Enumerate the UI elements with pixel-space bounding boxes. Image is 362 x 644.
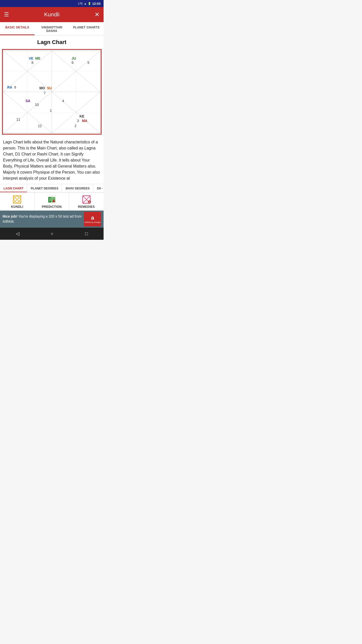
svg-text:MO: MO: [39, 86, 45, 90]
svg-text:5: 5: [87, 61, 89, 65]
status-time: 12:03: [92, 2, 101, 6]
svg-text:3: 3: [77, 119, 79, 123]
svg-text:KE: KE: [79, 114, 84, 118]
svg-text:4: 4: [62, 99, 64, 103]
svg-rect-49: [48, 197, 52, 203]
chart-description: Lagn Chart tells about the Natural chara…: [0, 136, 104, 184]
ad-text: Nice job! You're displaying a 320 x 50 t…: [3, 214, 84, 224]
main-tabs: BASIC DETAILS VINSHOTTARI DASHA PLANET C…: [0, 22, 104, 35]
home-button[interactable]: ○: [51, 231, 54, 236]
header-title: Kundli: [44, 11, 59, 18]
remedies-icon: R: [82, 195, 91, 204]
status-bar: LTE ▲ 🔋 12:03: [0, 0, 104, 7]
battery-icon: 🔋: [88, 2, 91, 5]
back-button[interactable]: ◁: [16, 231, 19, 236]
svg-text:12: 12: [38, 124, 42, 128]
close-button[interactable]: ✕: [95, 11, 100, 18]
kundli-icon: [13, 195, 22, 204]
tab-vinshottari-dasha[interactable]: VINSHOTTARI DASHA: [34, 22, 69, 35]
admob-logo: a AdMob by Google: [84, 212, 101, 226]
svg-text:2: 2: [75, 124, 77, 128]
sub-tab-bhav-degrees[interactable]: BHAV DEGREES: [62, 184, 93, 192]
tab-planet-charts[interactable]: PLANET CHARTS: [69, 22, 104, 35]
sub-tab-d9[interactable]: D9 -: [93, 184, 104, 192]
recents-button[interactable]: □: [85, 231, 88, 236]
svg-text:MA: MA: [82, 119, 87, 123]
svg-text:7: 7: [43, 91, 46, 95]
nav-remedies-label: REMEDIES: [78, 205, 95, 209]
admob-icon: a: [91, 215, 94, 221]
menu-button[interactable]: ☰: [4, 11, 9, 18]
svg-text:ME: ME: [35, 57, 40, 60]
tab-basic-details[interactable]: BASIC DETAILS: [0, 22, 34, 35]
kundli-chart: VE ME 8 JU 6 5 RA 9 MO SU 7 SA 10 1 4 11: [2, 49, 102, 135]
status-icons: LTE ▲ 🔋 12:03: [78, 2, 101, 6]
admob-label: AdMob by Google: [84, 221, 101, 224]
ad-banner: Nice job! You're displaying a 320 x 50 t…: [0, 211, 104, 228]
bottom-navigation: KUNDLI PREDICTION: [0, 192, 104, 211]
main-content: Lagn Chart: [0, 35, 104, 211]
svg-text:9: 9: [14, 86, 16, 89]
signal-icon: ▲: [84, 2, 87, 5]
svg-text:SA: SA: [26, 99, 30, 103]
svg-text:R: R: [89, 201, 90, 204]
svg-text:VE: VE: [29, 57, 33, 60]
svg-text:11: 11: [16, 118, 20, 122]
nav-kundli[interactable]: KUNDLI: [0, 192, 35, 211]
ad-text-bold: Nice job!: [3, 214, 17, 218]
lte-icon: LTE: [78, 2, 83, 5]
svg-text:10: 10: [35, 103, 39, 107]
sub-tabs: LAGN CHART PLANET DEGREES BHAV DEGREES D…: [0, 184, 104, 192]
app-header: ☰ Kundli ✕: [0, 7, 104, 22]
chart-title: Lagn Chart: [0, 35, 104, 48]
system-navigation: ◁ ○ □: [0, 228, 104, 240]
svg-text:SU: SU: [47, 86, 52, 90]
nav-prediction-label: PREDICTION: [42, 205, 62, 209]
prediction-icon: [47, 195, 56, 204]
svg-text:JU: JU: [72, 57, 76, 60]
nav-remedies[interactable]: R REMEDIES: [69, 192, 104, 211]
svg-text:RA: RA: [7, 86, 12, 89]
sub-tab-planet-degrees[interactable]: PLANET DEGREES: [27, 184, 62, 192]
svg-text:1: 1: [50, 109, 52, 112]
nav-prediction[interactable]: PREDICTION: [35, 192, 69, 211]
sub-tab-lagn-chart[interactable]: LAGN CHART: [0, 184, 27, 192]
nav-kundli-label: KUNDLI: [11, 205, 23, 209]
svg-text:6: 6: [72, 61, 74, 65]
svg-text:8: 8: [31, 61, 33, 65]
